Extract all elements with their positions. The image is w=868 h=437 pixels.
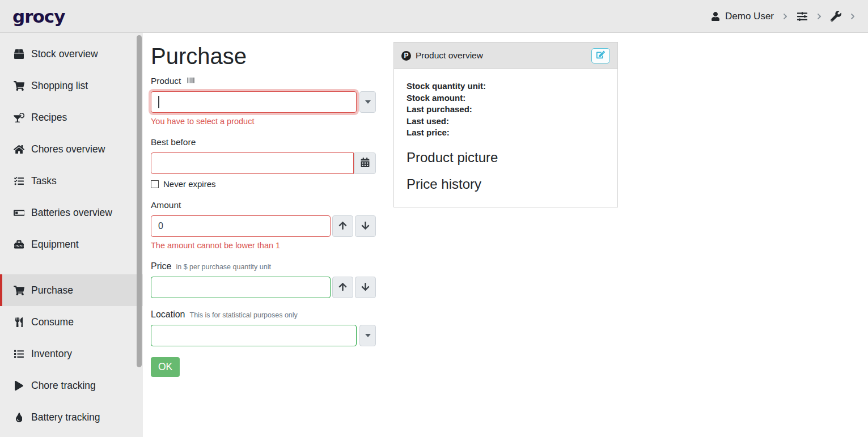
card-body: Stock quantity unit: Stock amount: Last … [394, 69, 617, 207]
sidebar-item-label: Chores overview [31, 143, 105, 155]
user-icon [711, 12, 720, 21]
edit-icon [596, 50, 605, 61]
product-badge-icon: P [401, 51, 411, 61]
user-menu[interactable]: Demo User [711, 11, 774, 22]
price-increment-button[interactable] [332, 277, 353, 298]
price-history-heading: Price history [407, 176, 605, 192]
home-icon [12, 145, 26, 154]
arrow-up-icon [338, 282, 347, 293]
location-input[interactable] [151, 325, 357, 346]
sidebar-item-consume[interactable]: Consume [0, 306, 143, 338]
chevron-right-icon [850, 13, 856, 20]
play-icon [12, 381, 26, 391]
sidebar-item-label: Recipes [31, 112, 67, 124]
grocy-logo[interactable]: grocy [12, 6, 65, 27]
sidebar-item-label: Purchase [31, 285, 73, 296]
product-picture-heading: Product picture [407, 150, 605, 166]
sidebar-item-label: Shopping list [31, 80, 88, 92]
stat-stock-amount: Stock amount: [407, 92, 605, 104]
amount-label: Amount [151, 200, 181, 210]
toolbox-icon [12, 240, 26, 249]
location-hint: This is for statistical purposes only [190, 311, 298, 319]
sidebar-item-label: Chore tracking [31, 380, 96, 392]
sidebar-item-tasks[interactable]: Tasks [0, 165, 143, 197]
sidebar-item-label: Batteries overview [31, 207, 112, 219]
amount-input[interactable] [151, 215, 331, 237]
calendar-button[interactable] [354, 152, 376, 174]
product-group: Product You have to select a product [151, 76, 376, 126]
sidebar-item-recipes[interactable]: Recipes [0, 101, 143, 133]
sidebar-item-equipment[interactable]: Equipment [0, 228, 143, 260]
battery-icon [12, 208, 26, 218]
utensils-icon [12, 317, 26, 327]
text-cursor [158, 96, 159, 108]
price-group: Price in $ per purchase quantity unit [151, 261, 376, 298]
caret-down-icon [365, 334, 371, 337]
arrow-down-icon [361, 282, 370, 293]
caret-down-icon [365, 100, 371, 104]
never-expires-checkbox[interactable] [151, 180, 159, 188]
product-dropdown-button[interactable] [359, 91, 376, 113]
sidebar-item-shopping-list[interactable]: Shopping list [0, 70, 143, 101]
sidebar-item-battery-tracking[interactable]: Battery tracking [0, 401, 143, 433]
barcode-icon [185, 77, 196, 84]
purchase-form: Product You have to select a product Bes… [151, 76, 376, 377]
list-icon [12, 349, 26, 359]
chevron-right-icon [816, 13, 822, 20]
product-label: Product [151, 76, 181, 86]
card-title-row: P Product overview [401, 50, 483, 61]
sidebar-item-stock-overview[interactable]: Stock overview [0, 38, 143, 70]
sidebar-item-label: Inventory [31, 348, 72, 360]
arrow-up-icon [338, 221, 347, 232]
product-overview-card: P Product overview Stock quantity unit: … [393, 42, 618, 207]
sidebar-item-batteries-overview[interactable]: Batteries overview [0, 197, 143, 228]
best-before-label: Best before [151, 137, 196, 147]
best-before-input[interactable] [151, 152, 354, 174]
price-input[interactable] [151, 277, 331, 298]
sidebar-item-label: Consume [31, 316, 74, 328]
amount-decrement-button[interactable] [355, 215, 376, 237]
box-icon [12, 49, 26, 59]
stat-last-price: Last price: [407, 127, 605, 139]
amount-group: Amount The amount cannot be lower than 1 [151, 200, 376, 250]
product-input[interactable] [151, 91, 357, 113]
sidebar-item-label: Tasks [31, 175, 57, 187]
sliders-icon [797, 11, 808, 22]
arrow-down-icon [361, 221, 370, 232]
price-decrement-button[interactable] [355, 277, 376, 298]
drop-icon [12, 413, 26, 422]
sidebar-scrollbar[interactable] [137, 35, 142, 367]
price-label: Price [151, 261, 171, 271]
settings-menu[interactable] [797, 11, 808, 22]
best-before-group: Best before Never expires [151, 137, 376, 189]
chevron-right-icon [782, 13, 788, 20]
card-header: P Product overview [394, 43, 617, 69]
stat-last-purchased: Last purchased: [407, 104, 605, 116]
amount-error: The amount cannot be lower than 1 [151, 241, 376, 250]
sidebar-item-label: Equipment [31, 239, 79, 251]
wrench-icon [831, 11, 841, 22]
sidebar-item-purchase[interactable]: Purchase [0, 274, 143, 306]
user-name: Demo User [725, 11, 774, 22]
sidebar-item-inventory[interactable]: Inventory [0, 338, 143, 370]
price-hint: in $ per purchase quantity unit [176, 263, 270, 271]
product-error: You have to select a product [151, 117, 376, 126]
cocktail-icon [12, 113, 26, 122]
sidebar-item-chores-overview[interactable]: Chores overview [0, 133, 143, 165]
admin-menu[interactable] [831, 11, 841, 22]
edit-product-button[interactable] [591, 48, 610, 63]
sidebar-item-chore-tracking[interactable]: Chore tracking [0, 370, 143, 401]
shopping-cart-icon [12, 81, 26, 91]
tasks-icon [12, 176, 26, 186]
sidebar: Stock overview Shopping list Recipes Cho… [0, 33, 143, 437]
location-group: Location This is for statistical purpose… [151, 309, 376, 346]
stat-last-used: Last used: [407, 116, 605, 128]
location-dropdown-button[interactable] [359, 325, 376, 346]
shopping-cart-icon [12, 286, 26, 295]
amount-increment-button[interactable] [332, 215, 353, 237]
never-expires-label: Never expires [163, 179, 216, 189]
calendar-icon [361, 158, 370, 169]
card-title: Product overview [416, 50, 483, 61]
ok-button[interactable]: OK [151, 357, 180, 377]
location-label: Location [151, 309, 185, 320]
